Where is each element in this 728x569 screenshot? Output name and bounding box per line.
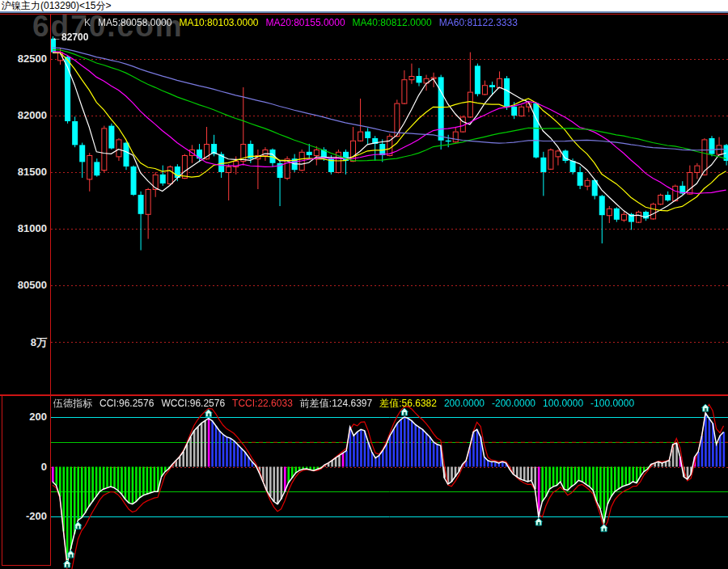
indicator-readout-2: WCCI:96.2576 [161,398,225,409]
candlestick-chart-canvas[interactable] [51,15,728,394]
ma-legend-row: KMA5:80058.0000MA10:80103.0000MA20:80155… [84,17,525,28]
indicator-readout-3: TCCI:22.6033 [232,398,293,409]
panel-split-border [0,394,728,396]
price-axis-label-81000: 81000 [0,222,47,234]
indicator-readout-6: 200.0000 [444,398,485,409]
main-panel-top-border [0,14,728,15]
trading-app-window: 沪镍主力(013290)<15分> 6d70.com KMA5:80058.00… [0,0,728,569]
indicator-axis-label-0: 0 [0,461,47,473]
ma-readout-1: MA10:80103.0000 [179,17,258,28]
price-axis-label-82000: 82000 [0,109,47,121]
indicator-readout-0: 伍德指标 [53,398,92,409]
indicator-axis-label-200: 200 [0,411,47,423]
cci-indicator-canvas[interactable] [51,396,728,569]
indicator-axis-label--200: -200 [0,510,47,522]
indicator-readout-8: 100.0000 [543,398,583,409]
ma-readout-4: MA60:81122.3333 [439,17,518,28]
indicator-header-row: 伍德指标CCI:96.2576WCCI:96.2576TCCI:22.6033前… [53,397,641,411]
price-axis-label-82500: 82500 [0,53,47,65]
indicator-readout-4: 前差值:124.6397 [300,398,372,409]
ma-readout-2: MA20:80155.0000 [266,17,345,28]
ma-readout-0: MA5:80058.0000 [98,17,171,28]
ma-readout-3: MA40:80812.0000 [353,17,432,28]
indicator-readout-5: 差值:56.6382 [379,398,437,409]
price-axis-label-81500: 81500 [0,166,47,178]
indicator-readout-7: -200.0000 [492,398,535,409]
indicator-readout-9: -100.0000 [590,398,634,409]
price-axis-label-8万: 8万 [0,335,47,350]
k-period-label: K [84,17,91,28]
high-price-tag: ←82700 [52,32,88,43]
price-axis-label-80500: 80500 [0,279,47,291]
indicator-readout-1: CCI:96.2576 [99,398,154,409]
axis-divider-line [50,15,51,566]
indicator-axis-bottom-border [2,565,51,566]
